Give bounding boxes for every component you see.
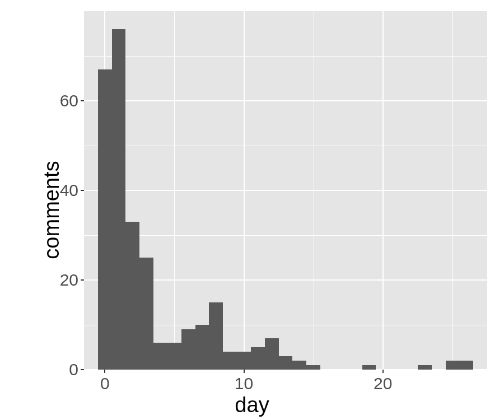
gridline-h-major [84,190,487,191]
bar [195,325,209,370]
bar [418,365,432,370]
bar [459,361,473,370]
gridline-h-minor [84,56,487,57]
y-axis-title: comments [40,161,64,259]
gridline-h-minor [84,235,487,236]
bar [153,343,167,370]
bar [181,329,195,370]
y-tick-mark [81,100,84,101]
x-tick-label: 10 [235,374,253,393]
gridline-h-minor [84,146,487,146]
bar [139,258,153,370]
y-tick-mark [81,369,84,370]
bar [167,343,181,370]
y-tick-label: 20 [45,270,78,290]
bar [237,352,251,370]
x-tick-mark [104,370,105,373]
x-tick-mark [382,370,384,373]
y-tick-mark [81,279,84,281]
y-tick-mark [81,190,84,191]
gridline-v-major [244,11,245,370]
bar [251,347,265,370]
y-tick-label: 40 [45,181,78,200]
bar [279,356,293,370]
gridline-h-major [84,100,487,101]
bar [209,302,223,370]
x-tick-mark [244,370,245,373]
bar [223,352,237,370]
bar [125,222,139,370]
bar [265,338,279,370]
gridline-v-minor [452,11,453,370]
bar [98,69,112,370]
y-tick-label: 0 [45,360,78,379]
bar [292,361,306,370]
bar [112,29,126,370]
plot-panel [84,11,487,370]
gridline-v-minor [314,11,314,370]
x-tick-label: 0 [100,374,110,393]
bar [446,361,460,370]
gridline-v-major [382,11,384,370]
y-tick-label: 60 [45,91,78,110]
bar [306,365,320,370]
bar [362,365,376,370]
x-tick-label: 20 [374,374,392,393]
gridline-v-minor [174,11,175,370]
chart-container: comments day 020406001020 [0,0,504,420]
x-axis-title: day [235,393,269,417]
